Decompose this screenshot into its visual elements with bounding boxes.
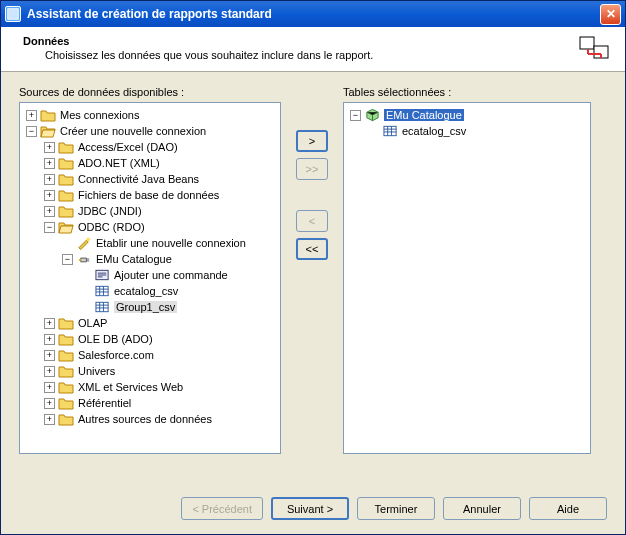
folder-icon bbox=[40, 108, 56, 122]
cube-icon bbox=[364, 108, 380, 122]
client-area: Données Choisissez les données que vous … bbox=[1, 27, 625, 534]
tree-item-autres[interactable]: + Autres sources de données bbox=[22, 411, 278, 427]
add-all-button[interactable]: >> bbox=[296, 158, 328, 180]
data-icon bbox=[579, 36, 611, 60]
tree-label: Connectivité Java Beans bbox=[78, 173, 199, 185]
cancel-button[interactable]: Annuler bbox=[443, 497, 521, 520]
close-icon: ✕ bbox=[606, 7, 616, 21]
selected-tables-label: Tables sélectionnées : bbox=[343, 86, 591, 98]
tree-label: Salesforce.com bbox=[78, 349, 154, 361]
tree-label: OLAP bbox=[78, 317, 107, 329]
remove-button[interactable]: < bbox=[296, 210, 328, 232]
expand-icon[interactable]: + bbox=[44, 142, 55, 153]
table-icon bbox=[382, 124, 398, 138]
tree-item-oledb[interactable]: + OLE DB (ADO) bbox=[22, 331, 278, 347]
folder-icon bbox=[58, 396, 74, 410]
svg-point-6 bbox=[86, 237, 90, 241]
remove-all-button[interactable]: << bbox=[296, 238, 328, 260]
transfer-buttons: > >> < << bbox=[281, 86, 343, 481]
svg-rect-8 bbox=[95, 286, 107, 295]
expand-icon[interactable]: + bbox=[44, 398, 55, 409]
window-title: Assistant de création de rapports standa… bbox=[27, 7, 600, 21]
collapse-icon[interactable]: − bbox=[26, 126, 37, 137]
chevron-left-icon: < bbox=[309, 215, 315, 227]
tree-label: JDBC (JNDI) bbox=[78, 205, 142, 217]
finish-button[interactable]: Terminer bbox=[357, 497, 435, 520]
tree-label: Access/Excel (DAO) bbox=[78, 141, 178, 153]
back-button[interactable]: < Précédent bbox=[181, 497, 263, 520]
folder-icon bbox=[58, 204, 74, 218]
wand-icon bbox=[76, 236, 92, 250]
tree-item-xml[interactable]: + XML et Services Web bbox=[22, 379, 278, 395]
expand-icon[interactable]: + bbox=[44, 190, 55, 201]
tree-label: Autres sources de données bbox=[78, 413, 212, 425]
connection-icon bbox=[76, 252, 92, 266]
tree-item-etablir[interactable]: Etablir une nouvelle connexion bbox=[22, 235, 278, 251]
tree-label: OLE DB (ADO) bbox=[78, 333, 153, 345]
tree-item-creer-connexion[interactable]: − Créer une nouvelle connexion bbox=[22, 123, 278, 139]
tree-label: ODBC (RDO) bbox=[78, 221, 145, 233]
tree-item-ajouter[interactable]: Ajouter une commande bbox=[22, 267, 278, 283]
svg-rect-1 bbox=[580, 37, 594, 49]
expand-icon[interactable]: + bbox=[26, 110, 37, 121]
tree-label: ecatalog_csv bbox=[114, 285, 178, 297]
tree-item-java[interactable]: + Connectivité Java Beans bbox=[22, 171, 278, 187]
expand-icon[interactable]: + bbox=[44, 174, 55, 185]
tree-label: Ajouter une commande bbox=[114, 269, 228, 281]
tree-item-mes-connexions[interactable]: + Mes connexions bbox=[22, 107, 278, 123]
expand-icon[interactable]: + bbox=[44, 334, 55, 345]
expand-icon[interactable]: + bbox=[44, 158, 55, 169]
tree-label: EMu Catalogue bbox=[96, 253, 172, 265]
expand-icon[interactable]: + bbox=[44, 382, 55, 393]
tree-item-ecatalog[interactable]: ecatalog_csv bbox=[22, 283, 278, 299]
tree-item-olap[interactable]: + OLAP bbox=[22, 315, 278, 331]
tree-label: Référentiel bbox=[78, 397, 131, 409]
tree-item-salesforce[interactable]: + Salesforce.com bbox=[22, 347, 278, 363]
double-chevron-right-icon: >> bbox=[306, 163, 319, 175]
folder-icon bbox=[58, 140, 74, 154]
tree-label: XML et Services Web bbox=[78, 381, 183, 393]
folder-icon bbox=[58, 188, 74, 202]
svg-rect-10 bbox=[383, 126, 395, 135]
close-button[interactable]: ✕ bbox=[600, 4, 621, 25]
tree-label: ecatalog_csv bbox=[402, 125, 466, 137]
expand-icon[interactable]: + bbox=[44, 350, 55, 361]
help-button[interactable]: Aide bbox=[529, 497, 607, 520]
header-text: Données Choisissez les données que vous … bbox=[23, 35, 571, 61]
selected-item-emu[interactable]: − EMu Catalogue bbox=[346, 107, 588, 123]
page-subtitle: Choisissez les données que vous souhaite… bbox=[23, 49, 571, 61]
folder-icon bbox=[58, 316, 74, 330]
svg-rect-9 bbox=[95, 302, 107, 311]
double-chevron-left-icon: << bbox=[306, 243, 319, 255]
add-button[interactable]: > bbox=[296, 130, 328, 152]
tree-item-odbc[interactable]: − ODBC (RDO) bbox=[22, 219, 278, 235]
expand-icon[interactable]: + bbox=[44, 414, 55, 425]
tree-item-group1[interactable]: Group1_csv bbox=[22, 299, 278, 315]
page-title: Données bbox=[23, 35, 571, 47]
tree-item-access[interactable]: + Access/Excel (DAO) bbox=[22, 139, 278, 155]
tree-label: Mes connexions bbox=[60, 109, 140, 121]
expand-icon[interactable]: + bbox=[44, 318, 55, 329]
tree-item-jdbc[interactable]: + JDBC (JNDI) bbox=[22, 203, 278, 219]
folder-icon bbox=[58, 156, 74, 170]
selected-tables-tree[interactable]: − EMu Catalogue ecatalog_csv bbox=[343, 102, 591, 454]
tree-item-univers[interactable]: + Univers bbox=[22, 363, 278, 379]
folder-icon bbox=[58, 172, 74, 186]
folder-icon bbox=[58, 364, 74, 378]
tree-item-fichiers[interactable]: + Fichiers de base de données bbox=[22, 187, 278, 203]
available-sources-tree[interactable]: + Mes connexions − Créer une nouvelle co… bbox=[19, 102, 281, 454]
available-sources-label: Sources de données disponibles : bbox=[19, 86, 281, 98]
table-icon bbox=[94, 284, 110, 298]
collapse-icon[interactable]: − bbox=[62, 254, 73, 265]
collapse-icon[interactable]: − bbox=[350, 110, 361, 121]
tree-item-adonet[interactable]: + ADO.NET (XML) bbox=[22, 155, 278, 171]
collapse-icon[interactable]: − bbox=[44, 222, 55, 233]
expand-icon[interactable]: + bbox=[44, 366, 55, 377]
tree-label: EMu Catalogue bbox=[384, 109, 464, 121]
selected-item-ecatalog[interactable]: ecatalog_csv bbox=[346, 123, 588, 139]
expand-icon[interactable]: + bbox=[44, 206, 55, 217]
next-button[interactable]: Suivant > bbox=[271, 497, 349, 520]
tree-item-emu[interactable]: − EMu Catalogue bbox=[22, 251, 278, 267]
tree-item-referentiel[interactable]: + Référentiel bbox=[22, 395, 278, 411]
tree-label: Univers bbox=[78, 365, 115, 377]
